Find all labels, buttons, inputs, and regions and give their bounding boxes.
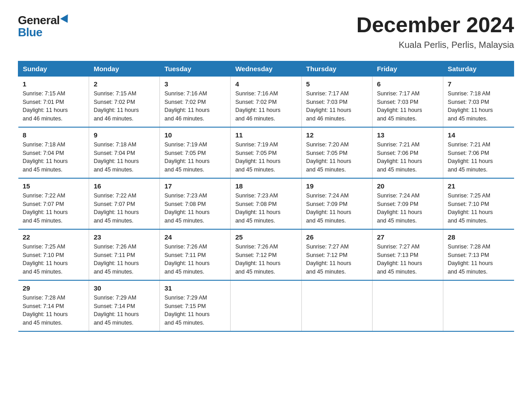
day-info: Sunrise: 7:18 AM Sunset: 7:04 PM Dayligh… — [94, 141, 155, 174]
day-info: Sunrise: 7:25 AM Sunset: 7:10 PM Dayligh… — [448, 192, 510, 225]
week-row-5: 29 Sunrise: 7:28 AM Sunset: 7:14 PM Dayl… — [18, 280, 514, 331]
day-info: Sunrise: 7:25 AM Sunset: 7:10 PM Dayligh… — [23, 243, 85, 276]
day-cell: 22 Sunrise: 7:25 AM Sunset: 7:10 PM Dayl… — [18, 229, 89, 280]
day-number: 22 — [23, 233, 85, 241]
day-cell: 17 Sunrise: 7:23 AM Sunset: 7:08 PM Dayl… — [160, 178, 231, 229]
header-cell-tuesday: Tuesday — [160, 61, 231, 76]
day-cell — [372, 280, 443, 331]
logo-triangle-icon — [60, 14, 72, 25]
day-number: 28 — [448, 233, 510, 241]
day-cell — [301, 280, 372, 331]
day-number: 27 — [377, 233, 438, 241]
day-info: Sunrise: 7:16 AM Sunset: 7:02 PM Dayligh… — [235, 90, 296, 123]
day-number: 18 — [235, 182, 296, 190]
header-cell-monday: Monday — [89, 61, 160, 76]
header-cell-wednesday: Wednesday — [231, 61, 301, 76]
day-cell: 3 Sunrise: 7:16 AM Sunset: 7:02 PM Dayli… — [160, 76, 231, 127]
day-number: 10 — [164, 131, 226, 139]
day-number: 31 — [164, 284, 226, 292]
day-info: Sunrise: 7:22 AM Sunset: 7:07 PM Dayligh… — [94, 192, 155, 225]
day-info: Sunrise: 7:26 AM Sunset: 7:11 PM Dayligh… — [94, 243, 155, 276]
day-info: Sunrise: 7:20 AM Sunset: 7:05 PM Dayligh… — [306, 141, 368, 174]
day-number: 12 — [306, 131, 368, 139]
day-number: 13 — [377, 131, 438, 139]
day-number: 19 — [306, 182, 368, 190]
day-info: Sunrise: 7:28 AM Sunset: 7:14 PM Dayligh… — [23, 294, 85, 327]
day-info: Sunrise: 7:19 AM Sunset: 7:05 PM Dayligh… — [235, 141, 296, 174]
day-info: Sunrise: 7:21 AM Sunset: 7:06 PM Dayligh… — [377, 141, 438, 174]
day-cell: 4 Sunrise: 7:16 AM Sunset: 7:02 PM Dayli… — [231, 76, 301, 127]
day-info: Sunrise: 7:17 AM Sunset: 7:03 PM Dayligh… — [377, 90, 438, 123]
day-number: 6 — [377, 80, 438, 88]
day-info: Sunrise: 7:27 AM Sunset: 7:13 PM Dayligh… — [377, 243, 438, 276]
logo: General Blue — [18, 13, 70, 39]
calendar-table: SundayMondayTuesdayWednesdayThursdayFrid… — [18, 61, 514, 332]
day-cell: 25 Sunrise: 7:26 AM Sunset: 7:12 PM Dayl… — [231, 229, 301, 280]
day-number: 14 — [448, 131, 510, 139]
day-cell: 5 Sunrise: 7:17 AM Sunset: 7:03 PM Dayli… — [301, 76, 372, 127]
day-cell: 20 Sunrise: 7:24 AM Sunset: 7:09 PM Dayl… — [372, 178, 443, 229]
day-number: 23 — [94, 233, 155, 241]
location-text: Kuala Perlis, Perlis, Malaysia — [356, 40, 514, 50]
header-row: SundayMondayTuesdayWednesdayThursdayFrid… — [18, 61, 514, 76]
day-number: 8 — [23, 131, 85, 139]
day-number: 2 — [94, 80, 155, 88]
day-cell: 26 Sunrise: 7:27 AM Sunset: 7:12 PM Dayl… — [301, 229, 372, 280]
day-cell: 24 Sunrise: 7:26 AM Sunset: 7:11 PM Dayl… — [160, 229, 231, 280]
day-number: 9 — [94, 131, 155, 139]
day-info: Sunrise: 7:18 AM Sunset: 7:03 PM Dayligh… — [448, 90, 510, 123]
day-number: 21 — [448, 182, 510, 190]
day-number: 24 — [164, 233, 226, 241]
day-cell: 12 Sunrise: 7:20 AM Sunset: 7:05 PM Dayl… — [301, 127, 372, 178]
day-number: 11 — [235, 131, 296, 139]
day-cell: 2 Sunrise: 7:15 AM Sunset: 7:02 PM Dayli… — [89, 76, 160, 127]
day-number: 29 — [23, 284, 85, 292]
day-cell: 15 Sunrise: 7:22 AM Sunset: 7:07 PM Dayl… — [18, 178, 89, 229]
day-info: Sunrise: 7:29 AM Sunset: 7:15 PM Dayligh… — [164, 294, 226, 327]
day-cell: 18 Sunrise: 7:23 AM Sunset: 7:08 PM Dayl… — [231, 178, 301, 229]
calendar-body: 1 Sunrise: 7:15 AM Sunset: 7:01 PM Dayli… — [18, 76, 514, 331]
week-row-1: 1 Sunrise: 7:15 AM Sunset: 7:01 PM Dayli… — [18, 76, 514, 127]
day-info: Sunrise: 7:23 AM Sunset: 7:08 PM Dayligh… — [164, 192, 226, 225]
day-cell: 13 Sunrise: 7:21 AM Sunset: 7:06 PM Dayl… — [372, 127, 443, 178]
logo-blue-text: Blue — [18, 26, 42, 39]
day-number: 30 — [94, 284, 155, 292]
week-row-3: 15 Sunrise: 7:22 AM Sunset: 7:07 PM Dayl… — [18, 178, 514, 229]
day-info: Sunrise: 7:19 AM Sunset: 7:05 PM Dayligh… — [164, 141, 226, 174]
week-row-2: 8 Sunrise: 7:18 AM Sunset: 7:04 PM Dayli… — [18, 127, 514, 178]
day-cell: 23 Sunrise: 7:26 AM Sunset: 7:11 PM Dayl… — [89, 229, 160, 280]
day-info: Sunrise: 7:17 AM Sunset: 7:03 PM Dayligh… — [306, 90, 368, 123]
day-cell: 21 Sunrise: 7:25 AM Sunset: 7:10 PM Dayl… — [443, 178, 514, 229]
day-number: 17 — [164, 182, 226, 190]
day-cell: 27 Sunrise: 7:27 AM Sunset: 7:13 PM Dayl… — [372, 229, 443, 280]
day-info: Sunrise: 7:27 AM Sunset: 7:12 PM Dayligh… — [306, 243, 368, 276]
day-info: Sunrise: 7:24 AM Sunset: 7:09 PM Dayligh… — [377, 192, 438, 225]
day-cell: 19 Sunrise: 7:24 AM Sunset: 7:09 PM Dayl… — [301, 178, 372, 229]
day-number: 20 — [377, 182, 438, 190]
day-cell: 8 Sunrise: 7:18 AM Sunset: 7:04 PM Dayli… — [18, 127, 89, 178]
day-cell — [443, 280, 514, 331]
day-cell: 28 Sunrise: 7:28 AM Sunset: 7:13 PM Dayl… — [443, 229, 514, 280]
header-cell-sunday: Sunday — [18, 61, 89, 76]
day-number: 25 — [235, 233, 296, 241]
day-cell: 29 Sunrise: 7:28 AM Sunset: 7:14 PM Dayl… — [18, 280, 89, 331]
day-cell — [231, 280, 301, 331]
day-cell: 6 Sunrise: 7:17 AM Sunset: 7:03 PM Dayli… — [372, 76, 443, 127]
day-cell: 10 Sunrise: 7:19 AM Sunset: 7:05 PM Dayl… — [160, 127, 231, 178]
day-info: Sunrise: 7:24 AM Sunset: 7:09 PM Dayligh… — [306, 192, 368, 225]
day-cell: 11 Sunrise: 7:19 AM Sunset: 7:05 PM Dayl… — [231, 127, 301, 178]
title-block: December 2024 Kuala Perlis, Perlis, Mala… — [356, 13, 514, 50]
day-number: 15 — [23, 182, 85, 190]
week-row-4: 22 Sunrise: 7:25 AM Sunset: 7:10 PM Dayl… — [18, 229, 514, 280]
day-number: 26 — [306, 233, 368, 241]
day-info: Sunrise: 7:16 AM Sunset: 7:02 PM Dayligh… — [164, 90, 226, 123]
day-number: 7 — [448, 80, 510, 88]
day-number: 3 — [164, 80, 226, 88]
header-cell-saturday: Saturday — [443, 61, 514, 76]
day-info: Sunrise: 7:23 AM Sunset: 7:08 PM Dayligh… — [235, 192, 296, 225]
calendar-header: SundayMondayTuesdayWednesdayThursdayFrid… — [18, 61, 514, 76]
day-cell: 14 Sunrise: 7:21 AM Sunset: 7:06 PM Dayl… — [443, 127, 514, 178]
day-number: 4 — [235, 80, 296, 88]
header-cell-thursday: Thursday — [301, 61, 372, 76]
header-cell-friday: Friday — [372, 61, 443, 76]
